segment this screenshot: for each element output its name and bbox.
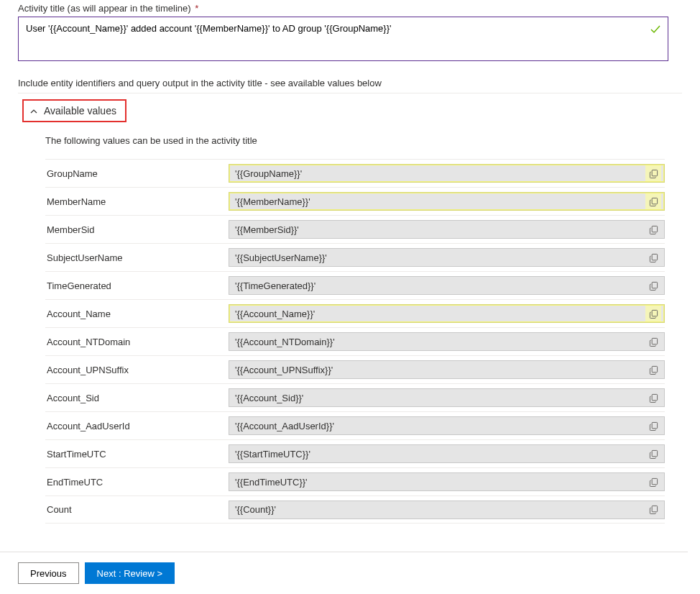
value-token: '{{SubjectUserName}}' bbox=[235, 252, 645, 263]
chevron-up-icon bbox=[29, 106, 38, 115]
value-name: MemberSid bbox=[45, 224, 229, 235]
value-name: MemberName bbox=[45, 196, 229, 207]
value-row: Count'{{Count}}' bbox=[45, 495, 665, 524]
value-token-box: '{{GroupName}}' bbox=[229, 164, 665, 183]
value-token-box: '{{Account_NTDomain}}' bbox=[229, 332, 665, 351]
value-name: Account_Name bbox=[45, 309, 229, 319]
value-token: '{{GroupName}}' bbox=[235, 168, 645, 179]
value-row: TimeGenerated'{{TimeGenerated}}' bbox=[45, 271, 665, 299]
value-token-box: '{{MemberSid}}' bbox=[229, 220, 665, 239]
value-token: '{{Account_NTDomain}}' bbox=[235, 337, 645, 347]
svg-rect-3 bbox=[652, 254, 657, 260]
value-token: '{{EndTimeUTC}}' bbox=[235, 477, 645, 488]
activity-title-label: Activity title (as will appear in the ti… bbox=[18, 3, 682, 14]
copy-icon[interactable] bbox=[645, 221, 661, 237]
value-token-box: '{{EndTimeUTC}}' bbox=[229, 472, 665, 491]
svg-rect-8 bbox=[652, 394, 657, 400]
next-review-button[interactable]: Next : Review > bbox=[85, 562, 175, 584]
copy-icon[interactable] bbox=[645, 278, 661, 293]
divider bbox=[18, 93, 682, 93]
svg-rect-2 bbox=[652, 226, 657, 232]
svg-rect-5 bbox=[652, 310, 657, 316]
value-name: Account_AadUserId bbox=[45, 421, 229, 431]
value-token-box: '{{SubjectUserName}}' bbox=[229, 248, 665, 267]
svg-rect-10 bbox=[652, 450, 657, 456]
value-row: Account_Name'{{Account_Name}}' bbox=[45, 299, 665, 327]
value-name: GroupName bbox=[45, 168, 229, 179]
value-token: '{{TimeGenerated}}' bbox=[235, 280, 645, 291]
value-name: Count bbox=[45, 504, 229, 515]
value-token-box: '{{Account_UPNSuffix}}' bbox=[229, 360, 665, 379]
wizard-footer: Previous Next : Review > bbox=[0, 552, 688, 594]
value-token: '{{Account_AadUserId}}' bbox=[235, 421, 645, 431]
value-token: '{{MemberName}}' bbox=[235, 196, 645, 207]
value-name: Account_NTDomain bbox=[45, 337, 229, 347]
svg-rect-12 bbox=[652, 506, 657, 511]
copy-icon[interactable] bbox=[645, 502, 661, 518]
value-name: SubjectUserName bbox=[45, 252, 229, 263]
value-name: Account_Sid bbox=[45, 393, 229, 403]
value-token-box: '{{MemberName}}' bbox=[229, 192, 665, 211]
value-token: '{{StartTimeUTC}}' bbox=[235, 449, 645, 460]
available-values-toggle[interactable]: Available values bbox=[22, 99, 126, 122]
value-row: StartTimeUTC'{{StartTimeUTC}}' bbox=[45, 439, 665, 467]
value-token-box: '{{Count}}' bbox=[229, 501, 665, 519]
value-token: '{{Count}}' bbox=[235, 504, 645, 515]
previous-button[interactable]: Previous bbox=[18, 562, 79, 584]
copy-icon[interactable] bbox=[645, 446, 661, 462]
svg-rect-4 bbox=[652, 282, 657, 288]
copy-icon[interactable] bbox=[645, 362, 661, 378]
available-values-intro: The following values can be used in the … bbox=[45, 135, 682, 146]
copy-icon[interactable] bbox=[645, 250, 661, 265]
copy-icon[interactable] bbox=[645, 306, 661, 321]
value-row: MemberSid'{{MemberSid}}' bbox=[45, 215, 665, 243]
copy-icon[interactable] bbox=[645, 474, 661, 490]
svg-rect-11 bbox=[652, 478, 657, 484]
value-row: SubjectUserName'{{SubjectUserName}}' bbox=[45, 243, 665, 271]
value-name: StartTimeUTC bbox=[45, 449, 229, 460]
value-token: '{{Account_UPNSuffix}}' bbox=[235, 365, 645, 375]
value-row: Account_AadUserId'{{Account_AadUserId}}' bbox=[45, 411, 665, 439]
value-row: Account_NTDomain'{{Account_NTDomain}}' bbox=[45, 327, 665, 355]
value-token-box: '{{Account_AadUserId}}' bbox=[229, 416, 665, 435]
value-name: Account_UPNSuffix bbox=[45, 365, 229, 375]
value-token-box: '{{Account_Name}}' bbox=[229, 304, 665, 323]
svg-rect-7 bbox=[652, 366, 657, 372]
hint-text: Include entity identifiers and query out… bbox=[18, 78, 682, 88]
value-row: EndTimeUTC'{{EndTimeUTC}}' bbox=[45, 467, 665, 495]
value-token-box: '{{TimeGenerated}}' bbox=[229, 276, 665, 295]
checkmark-icon bbox=[650, 24, 661, 35]
value-token-box: '{{Account_Sid}}' bbox=[229, 388, 665, 407]
value-token-box: '{{StartTimeUTC}}' bbox=[229, 444, 665, 463]
value-row: Account_UPNSuffix'{{Account_UPNSuffix}}' bbox=[45, 355, 665, 383]
value-name: TimeGenerated bbox=[45, 280, 229, 291]
value-token: '{{Account_Sid}}' bbox=[235, 393, 645, 403]
values-table: GroupName'{{GroupName}}'MemberName'{{Mem… bbox=[45, 159, 665, 524]
value-name: EndTimeUTC bbox=[45, 477, 229, 488]
value-token: '{{MemberSid}}' bbox=[235, 224, 645, 235]
activity-title-input[interactable] bbox=[18, 17, 668, 61]
value-token: '{{Account_Name}}' bbox=[235, 309, 645, 319]
value-row: Account_Sid'{{Account_Sid}}' bbox=[45, 383, 665, 411]
copy-icon[interactable] bbox=[645, 165, 661, 181]
svg-rect-9 bbox=[652, 422, 657, 428]
svg-rect-1 bbox=[652, 198, 657, 204]
copy-icon[interactable] bbox=[645, 193, 661, 209]
svg-rect-0 bbox=[652, 170, 657, 175]
available-values-label: Available values bbox=[44, 105, 116, 116]
required-marker: * bbox=[195, 3, 198, 14]
copy-icon[interactable] bbox=[645, 334, 661, 349]
svg-rect-6 bbox=[652, 338, 657, 344]
copy-icon[interactable] bbox=[645, 418, 661, 434]
value-row: GroupName'{{GroupName}}' bbox=[45, 159, 665, 187]
copy-icon[interactable] bbox=[645, 390, 661, 406]
value-row: MemberName'{{MemberName}}' bbox=[45, 187, 665, 215]
